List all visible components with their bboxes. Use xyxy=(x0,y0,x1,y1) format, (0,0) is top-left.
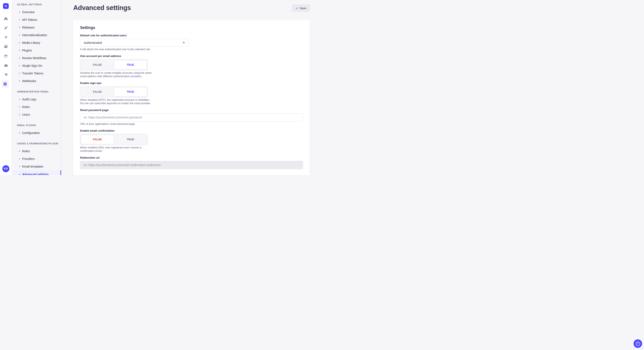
toggle-true-option[interactable]: TRUE xyxy=(114,87,147,97)
cart-icon[interactable] xyxy=(1,70,11,79)
check-icon xyxy=(296,7,298,9)
default-role-select[interactable]: Authenticated xyxy=(80,39,189,47)
sidebar-item-email-templates[interactable]: Email templates xyxy=(12,163,61,170)
main-content: Advanced settings Save Settings Default … xyxy=(61,0,322,175)
subnav-section-email-plugin: EMAIL PLUGIN Configuration xyxy=(12,124,61,137)
sidebar-item-email-configuration[interactable]: Configuration xyxy=(12,129,61,137)
cloud-icon[interactable] xyxy=(1,61,11,70)
bullet-dot xyxy=(19,99,20,100)
default-role-value: Authenticated xyxy=(84,41,102,44)
strapi-logo[interactable] xyxy=(3,3,9,9)
sidebar-item-plugins[interactable]: Plugins xyxy=(12,47,61,54)
bullet-dot xyxy=(19,42,20,43)
toggle-false-option[interactable]: FALSE xyxy=(81,60,114,70)
sign-ups-label: Enable sign-ups xyxy=(80,81,303,85)
sidebar-item-audit-logs[interactable]: Audit Logs xyxy=(12,95,61,103)
icon-rail: KD xyxy=(0,0,12,175)
redirection-url-label: Redirection url xyxy=(80,156,303,159)
settings-gear-icon[interactable] xyxy=(1,80,9,88)
one-account-label: One account per email address xyxy=(80,54,303,58)
bullet-dot xyxy=(19,159,20,159)
bullet-dot xyxy=(19,65,20,66)
sidebar-item-label: Plugins xyxy=(22,49,32,52)
reset-password-input[interactable] xyxy=(80,113,303,121)
bullet-dot xyxy=(19,114,20,115)
sidebar-item-advanced-settings[interactable]: Advanced settings xyxy=(12,170,61,175)
field-default-role: Default role for authenticated users Aut… xyxy=(80,34,303,51)
sidebar-item-label: Webhooks xyxy=(22,79,36,83)
reset-password-label: Reset password page xyxy=(80,108,303,112)
redirection-url-input xyxy=(80,161,303,169)
layout-icon[interactable] xyxy=(1,51,11,61)
field-email-confirmation: Enable email confirmation FALSE TRUE Whe… xyxy=(80,129,303,153)
sidebar-item-label: Internationalization xyxy=(22,33,47,37)
sidebar-item-overview[interactable]: Overview xyxy=(12,8,61,16)
subnav-section-global-settings: GLOBAL SETTINGS Overview API Tokens Rele… xyxy=(12,3,61,85)
page-title: Advanced settings xyxy=(73,4,131,11)
paper-plane-icon[interactable] xyxy=(1,32,11,42)
bullet-dot xyxy=(19,81,20,81)
sidebar-item-label: Providers xyxy=(22,157,35,161)
sidebar-item-label: Audit Logs xyxy=(22,98,36,101)
field-sign-ups: Enable sign-ups FALSE TRUE When disabled… xyxy=(80,81,303,105)
sidebar-item-providers[interactable]: Providers xyxy=(12,155,61,163)
media-library-icon[interactable] xyxy=(1,42,11,51)
one-account-hint: Disallow the user to create multiple acc… xyxy=(80,71,154,78)
subnav-section-administration-panel: ADMINISTRATION PANEL Audit Logs Roles Us… xyxy=(12,90,61,118)
reset-password-hint: URL of your application's reset password… xyxy=(80,122,303,126)
toggle-false-option[interactable]: FALSE xyxy=(81,87,114,97)
field-one-account: One account per email address FALSE TRUE… xyxy=(80,54,303,78)
email-confirmation-hint: When enabled (ON), new registered users … xyxy=(80,146,154,153)
sign-ups-hint: When disabled (OFF), the registration pr… xyxy=(80,98,154,105)
toggle-true-option[interactable]: TRUE xyxy=(114,135,147,144)
bullet-dot xyxy=(19,12,20,12)
user-avatar[interactable]: KD xyxy=(2,165,9,172)
sidebar-item-label: Advanced settings xyxy=(22,173,48,175)
feather-icon[interactable] xyxy=(1,23,11,32)
sidebar-item-releases[interactable]: Releases xyxy=(12,24,61,31)
sidebar-item-transfer-tokens[interactable]: Transfer Tokens xyxy=(12,70,61,77)
sidebar-item-label: Transfer Tokens xyxy=(22,72,44,75)
bullet-dot xyxy=(19,151,20,152)
bullet-dot xyxy=(19,58,20,58)
field-reset-password: Reset password page URL of your applicat… xyxy=(80,108,303,126)
email-confirmation-toggle[interactable]: FALSE TRUE xyxy=(80,134,148,145)
sidebar-item-internationalization[interactable]: Internationalization xyxy=(12,31,61,39)
sidebar-item-label: Media Library xyxy=(22,41,40,44)
toggle-false-option[interactable]: FALSE xyxy=(81,135,114,144)
sidebar-item-admin-users[interactable]: Users xyxy=(12,111,61,118)
bullet-dot xyxy=(19,174,20,175)
bullet-dot xyxy=(19,27,20,28)
avatar-container: KD xyxy=(0,162,12,175)
sidebar-item-label: API Tokens xyxy=(22,18,37,21)
subnav-section-users-permissions-plugin: USERS & PERMISSIONS PLUGIN Roles Provide… xyxy=(12,142,61,175)
bullet-dot xyxy=(19,107,20,107)
sign-ups-toggle[interactable]: FALSE TRUE xyxy=(80,86,148,97)
one-account-toggle[interactable]: FALSE TRUE xyxy=(80,59,148,70)
sidebar-item-label: Overview xyxy=(22,10,34,14)
sidebar-item-webhooks[interactable]: Webhooks xyxy=(12,77,61,85)
home-icon[interactable] xyxy=(1,14,11,23)
sidebar-item-single-sign-on[interactable]: Single Sign-On xyxy=(12,62,61,70)
save-button[interactable]: Save xyxy=(292,5,310,12)
section-title: EMAIL PLUGIN xyxy=(17,124,61,127)
bullet-dot xyxy=(19,73,20,74)
sidebar-item-label: Email templates xyxy=(22,165,44,168)
settings-subnav: GLOBAL SETTINGS Overview API Tokens Rele… xyxy=(12,0,61,175)
sidebar-item-review-workflows[interactable]: Review Workflows xyxy=(12,54,61,62)
default-role-label: Default role for authenticated users xyxy=(80,34,303,37)
sidebar-item-api-tokens[interactable]: API Tokens xyxy=(12,16,61,24)
field-redirection-url: Redirection url xyxy=(80,156,303,169)
logo-container xyxy=(0,0,12,12)
toggle-true-option[interactable]: TRUE xyxy=(114,60,147,70)
sidebar-item-label: Releases xyxy=(22,26,34,29)
section-title: GLOBAL SETTINGS xyxy=(17,3,61,6)
sidebar-item-admin-roles[interactable]: Roles xyxy=(12,103,61,111)
bullet-dot xyxy=(19,133,20,133)
sidebar-item-media-library[interactable]: Media Library xyxy=(12,39,61,47)
chevron-down-icon xyxy=(182,42,185,44)
sidebar-item-label: Review Workflows xyxy=(22,56,46,60)
bullet-dot xyxy=(19,50,20,51)
sidebar-item-up-roles[interactable]: Roles xyxy=(12,147,61,155)
sidebar-item-label: Configuration xyxy=(22,131,40,135)
